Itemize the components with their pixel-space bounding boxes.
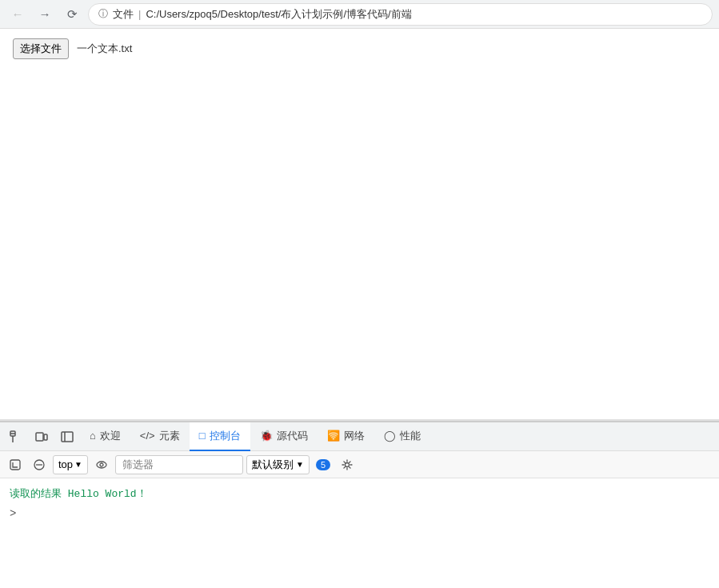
tab-console[interactable]: □ 控制台 — [190, 422, 250, 451]
sidebar-icon[interactable] — [54, 424, 80, 450]
svg-point-11 — [100, 463, 103, 466]
console-settings-button[interactable] — [337, 454, 358, 475]
tab-elements[interactable]: </> 元素 — [130, 422, 190, 451]
context-label: top — [58, 458, 73, 470]
context-selector[interactable]: top ▼ — [53, 455, 88, 474]
browser-nav-bar: ← → ⟳ ⓘ 文件 | C:/Users/zpoq5/Desktop/test… — [0, 0, 719, 29]
eye-icon-button[interactable] — [91, 454, 112, 475]
console-output-area: 读取的结果 Hello World！ > — [0, 478, 719, 588]
svg-rect-4 — [44, 434, 47, 440]
info-icon: ⓘ — [98, 7, 108, 21]
console-result-text: 读取的结果 Hello World！ — [10, 486, 147, 501]
message-count-badge: 5 — [313, 459, 334, 470]
svg-rect-7 — [10, 460, 20, 470]
message-count-number: 5 — [316, 459, 330, 470]
address-file-type: 文件 — [113, 7, 134, 22]
tab-performance[interactable]: ◯ 性能 — [374, 422, 430, 451]
address-bar[interactable]: ⓘ 文件 | C:/Users/zpoq5/Desktop/test/布入计划示… — [88, 3, 713, 26]
elements-tab-icon: </> — [140, 430, 155, 442]
choose-file-button[interactable]: 选择文件 — [13, 38, 69, 59]
console-prompt-line[interactable]: > — [10, 502, 709, 522]
console-result-line: 读取的结果 Hello World！ — [10, 485, 709, 502]
back-button[interactable]: ← — [6, 3, 29, 26]
console-prompt-symbol[interactable]: > — [10, 507, 16, 520]
inspect-element-icon[interactable] — [3, 424, 29, 450]
console-execute-button[interactable] — [5, 454, 26, 475]
forward-button[interactable]: → — [34, 3, 56, 26]
context-dropdown-icon: ▼ — [74, 460, 82, 469]
network-tab-icon: 🛜 — [327, 430, 340, 442]
tab-console-label: 控制台 — [210, 429, 241, 443]
refresh-button[interactable]: ⟳ — [61, 3, 83, 26]
log-level-dropdown-icon: ▼ — [296, 460, 304, 469]
page-content-area: 选择文件 一个文本.txt — [0, 29, 719, 421]
tab-sources[interactable]: 🐞 源代码 — [250, 422, 318, 451]
file-input-row: 选择文件 一个文本.txt — [13, 38, 706, 59]
log-level-selector[interactable]: 默认级别 ▼ — [246, 455, 310, 474]
address-separator: | — [138, 8, 141, 20]
console-tab-icon: □ — [199, 430, 206, 442]
svg-rect-3 — [36, 433, 43, 441]
tab-elements-label: 元素 — [159, 429, 180, 443]
tab-sources-label: 源代码 — [277, 429, 308, 443]
device-toolbar-icon[interactable] — [29, 424, 54, 450]
devtools-tab-bar: ⌂ 欢迎 </> 元素 □ 控制台 🐞 源代码 🛜 网络 ◯ 性能 — [0, 422, 719, 451]
welcome-tab-icon: ⌂ — [90, 430, 96, 442]
performance-tab-icon: ◯ — [384, 430, 396, 442]
filter-input[interactable] — [115, 455, 243, 474]
tab-welcome-label: 欢迎 — [100, 429, 121, 443]
tab-performance-label: 性能 — [400, 429, 421, 443]
console-toolbar: top ▼ 默认级别 ▼ 5 — [0, 451, 719, 478]
clear-console-button[interactable] — [29, 454, 50, 475]
address-path: C:/Users/zpoq5/Desktop/test/布入计划示例/博客代码/… — [146, 7, 411, 22]
tab-network[interactable]: 🛜 网络 — [318, 422, 374, 451]
devtools-panel: ⌂ 欢迎 </> 元素 □ 控制台 🐞 源代码 🛜 网络 ◯ 性能 — [0, 421, 719, 588]
sources-tab-icon: 🐞 — [260, 430, 273, 442]
svg-point-12 — [346, 462, 350, 466]
tab-welcome[interactable]: ⌂ 欢迎 — [80, 422, 130, 451]
svg-point-10 — [97, 462, 106, 468]
file-name-label: 一个文本.txt — [77, 42, 132, 56]
tab-network-label: 网络 — [344, 429, 365, 443]
log-level-label: 默认级别 — [252, 458, 294, 472]
svg-rect-5 — [62, 432, 73, 442]
